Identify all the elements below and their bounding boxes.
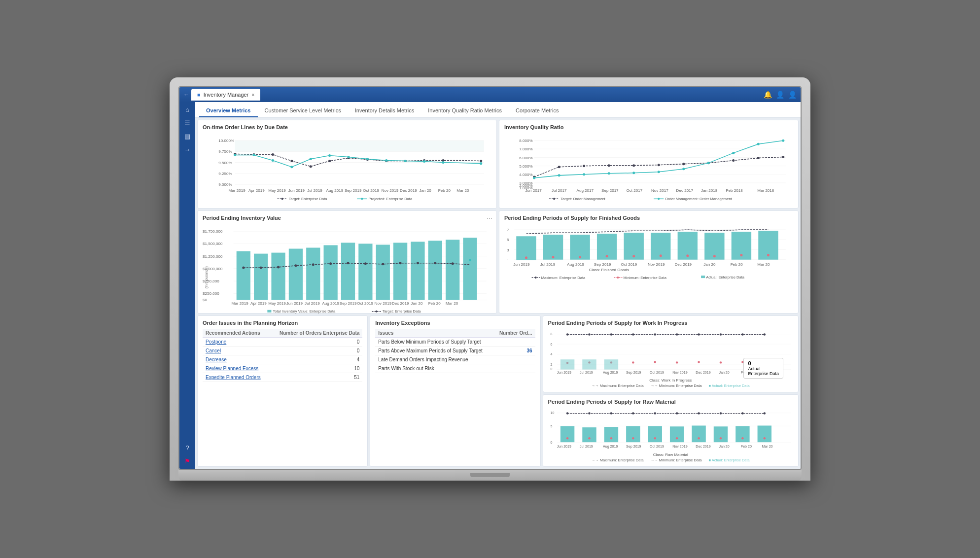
svg-rect-132: [393, 243, 407, 300]
more-options-icon[interactable]: ⋯: [487, 215, 492, 222]
svg-point-82: [558, 174, 560, 176]
action-cancel[interactable]: Cancel: [203, 347, 269, 355]
svg-point-148: [434, 262, 436, 264]
svg-point-268: [654, 412, 656, 414]
svg-text:Aug 2019: Aug 2019: [326, 188, 344, 193]
back-icon[interactable]: ←: [183, 91, 189, 98]
app-tab[interactable]: ■ Inventory Manager ×: [191, 89, 260, 101]
svg-text:Projected: Enterprise Data: Projected: Enterprise Data: [368, 197, 412, 202]
svg-text:Oct 2017: Oct 2017: [627, 188, 643, 193]
svg-text:Jan 2018: Jan 2018: [701, 188, 718, 193]
svg-point-196: [767, 254, 770, 256]
action-decrease[interactable]: Decrease: [203, 355, 269, 364]
svg-point-81: [533, 177, 535, 179]
sidebar-sliders-icon[interactable]: ▤: [184, 133, 190, 140]
svg-text:Aug 2019: Aug 2019: [603, 371, 618, 375]
svg-point-244: [741, 361, 743, 363]
svg-text:Jul 2019: Jul 2019: [580, 445, 593, 449]
finished-goods-chart-title: Period Ending Periods of Supply for Fini…: [504, 215, 793, 221]
col-num-orders: Number of Orders Enterprise Data: [269, 329, 363, 338]
svg-text:Mar 2018: Mar 2018: [757, 188, 774, 193]
bell-icon[interactable]: 🔔: [764, 91, 772, 99]
svg-text:Jan 20: Jan 20: [719, 445, 729, 449]
svg-point-83: [583, 173, 585, 175]
svg-point-288: [654, 437, 656, 439]
sidebar-help-icon[interactable]: ?: [185, 444, 189, 452]
wip-chart-title: Period Ending Periods of Supply for Work…: [548, 320, 793, 326]
svg-text:Nov 2019: Nov 2019: [672, 445, 687, 449]
svg-point-32: [385, 159, 387, 162]
svg-point-54: [361, 198, 363, 200]
svg-text:9.750%: 9.750%: [218, 150, 232, 154]
svg-text:Jan 20: Jan 20: [703, 262, 716, 266]
sidebar-flag-icon[interactable]: ⚑: [184, 457, 190, 465]
svg-text:9.250%: 9.250%: [218, 172, 232, 176]
action-postpone[interactable]: Postpone: [203, 338, 269, 347]
issue-below-min: Parts Below Minimum Periods of Supply Ta…: [375, 338, 493, 347]
svg-text:Feb 20: Feb 20: [731, 262, 743, 266]
tab-customer[interactable]: Customer Service Level Metrics: [258, 105, 348, 117]
svg-point-287: [632, 437, 634, 439]
svg-point-187: [525, 256, 527, 259]
svg-text:Jan 20: Jan 20: [411, 301, 423, 305]
svg-point-266: [610, 412, 612, 414]
svg-point-145: [382, 263, 384, 265]
tab-close-button[interactable]: ×: [251, 92, 254, 98]
svg-text:Jun 2019: Jun 2019: [286, 301, 303, 305]
issue-stockout: Parts With Stock-out Risk: [375, 364, 493, 373]
col-actions: Recommended Actions: [203, 329, 269, 338]
svg-point-293: [763, 437, 765, 439]
tab-quality[interactable]: Inventory Quality Ratio Metrics: [421, 105, 509, 117]
tab-corporate[interactable]: Corporate Metrics: [509, 105, 565, 117]
svg-point-138: [260, 266, 262, 269]
svg-text:Total Inventory Value: Enterpr: Total Inventory Value: Enterprise Data: [273, 309, 336, 313]
svg-text:Aug 2019: Aug 2019: [322, 301, 339, 305]
svg-point-27: [290, 166, 293, 168]
svg-text:6.000%: 6.000%: [519, 156, 532, 160]
svg-text:$1,500,000: $1,500,000: [203, 242, 223, 246]
user-icon[interactable]: 👤: [776, 91, 784, 99]
svg-text:1: 1: [507, 257, 509, 262]
svg-text:Dec 2019: Dec 2019: [696, 371, 710, 375]
sidebar-home-icon[interactable]: ⌂: [185, 106, 189, 113]
table-row: Review Planned Excess 10: [203, 364, 362, 373]
svg-point-286: [610, 437, 612, 439]
action-review[interactable]: Review Planned Excess: [203, 364, 269, 373]
svg-rect-246: [582, 360, 596, 370]
table-row: Parts Above Maximum Periods of Supply Ta…: [375, 347, 535, 355]
svg-text:$0: $0: [203, 297, 207, 302]
svg-point-85: [632, 172, 635, 174]
svg-text:Jul 2019: Jul 2019: [305, 301, 320, 305]
svg-text:Feb 20: Feb 20: [438, 188, 451, 193]
svg-point-291: [719, 437, 721, 439]
svg-text:Oct 2019: Oct 2019: [363, 188, 379, 193]
svg-text:Feb 20: Feb 20: [740, 371, 751, 375]
tab-overview[interactable]: Overview Metrics: [199, 105, 258, 117]
value-cancel: 0: [269, 347, 363, 355]
svg-text:7.000%: 7.000%: [519, 147, 532, 152]
svg-rect-279: [670, 426, 684, 442]
svg-point-28: [310, 158, 312, 160]
sidebar-list-icon[interactable]: ☰: [184, 119, 190, 127]
svg-text:5: 5: [550, 424, 552, 428]
svg-text:Jul 2019: Jul 2019: [307, 188, 322, 193]
raw-material-chart: 10 5 0: [548, 408, 793, 452]
svg-text:9.000%: 9.000%: [218, 182, 232, 187]
svg-text:Sep 2019: Sep 2019: [626, 445, 641, 449]
sidebar-arrow-icon[interactable]: →: [184, 146, 191, 153]
action-expedite[interactable]: Expedite Planned Orders: [203, 373, 269, 382]
svg-rect-131: [376, 244, 390, 300]
tab-inventory-details[interactable]: Inventory Details Metrics: [348, 105, 421, 117]
svg-point-71: [558, 166, 560, 168]
svg-point-142: [329, 262, 332, 265]
svg-rect-179: [570, 235, 590, 260]
finished-goods-chart-card: Period Ending Periods of Supply for Fini…: [499, 210, 799, 314]
svg-point-234: [741, 334, 743, 336]
profile-icon[interactable]: 👤: [788, 91, 797, 99]
svg-text:Oct 2019: Oct 2019: [357, 301, 373, 305]
svg-text:Sep 2017: Sep 2017: [601, 188, 619, 193]
svg-point-229: [632, 334, 634, 336]
svg-text:Sep 2019: Sep 2019: [345, 188, 362, 193]
svg-point-35: [442, 161, 444, 164]
svg-point-235: [763, 334, 765, 336]
